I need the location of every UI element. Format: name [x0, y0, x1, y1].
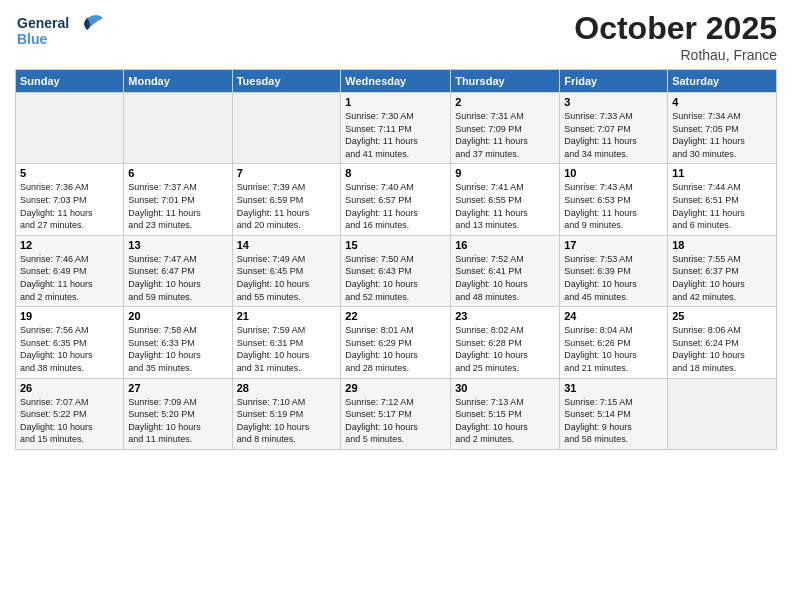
- calendar-cell: 20Sunrise: 7:58 AMSunset: 6:33 PMDayligh…: [124, 307, 232, 378]
- svg-text:General: General: [17, 15, 69, 31]
- day-info: Sunrise: 7:58 AMSunset: 6:33 PMDaylight:…: [128, 324, 227, 374]
- day-info: Sunrise: 7:30 AMSunset: 7:11 PMDaylight:…: [345, 110, 446, 160]
- day-info: Sunrise: 8:02 AMSunset: 6:28 PMDaylight:…: [455, 324, 555, 374]
- day-number: 23: [455, 310, 555, 322]
- calendar-cell: 19Sunrise: 7:56 AMSunset: 6:35 PMDayligh…: [16, 307, 124, 378]
- day-number: 6: [128, 167, 227, 179]
- day-info: Sunrise: 7:47 AMSunset: 6:47 PMDaylight:…: [128, 253, 227, 303]
- calendar-week-row: 19Sunrise: 7:56 AMSunset: 6:35 PMDayligh…: [16, 307, 777, 378]
- calendar-cell: 25Sunrise: 8:06 AMSunset: 6:24 PMDayligh…: [668, 307, 777, 378]
- calendar-cell: 21Sunrise: 7:59 AMSunset: 6:31 PMDayligh…: [232, 307, 341, 378]
- day-info: Sunrise: 7:39 AMSunset: 6:59 PMDaylight:…: [237, 181, 337, 231]
- day-number: 21: [237, 310, 337, 322]
- calendar-week-row: 1Sunrise: 7:30 AMSunset: 7:11 PMDaylight…: [16, 93, 777, 164]
- day-info: Sunrise: 7:59 AMSunset: 6:31 PMDaylight:…: [237, 324, 337, 374]
- day-info: Sunrise: 8:04 AMSunset: 6:26 PMDaylight:…: [564, 324, 663, 374]
- day-info: Sunrise: 7:15 AMSunset: 5:14 PMDaylight:…: [564, 396, 663, 446]
- day-number: 27: [128, 382, 227, 394]
- calendar-cell: 13Sunrise: 7:47 AMSunset: 6:47 PMDayligh…: [124, 235, 232, 306]
- calendar-cell: 9Sunrise: 7:41 AMSunset: 6:55 PMDaylight…: [451, 164, 560, 235]
- day-number: 31: [564, 382, 663, 394]
- calendar-week-row: 12Sunrise: 7:46 AMSunset: 6:49 PMDayligh…: [16, 235, 777, 306]
- calendar-cell: [124, 93, 232, 164]
- day-number: 2: [455, 96, 555, 108]
- day-info: Sunrise: 7:34 AMSunset: 7:05 PMDaylight:…: [672, 110, 772, 160]
- calendar-cell: 29Sunrise: 7:12 AMSunset: 5:17 PMDayligh…: [341, 378, 451, 449]
- calendar-cell: 31Sunrise: 7:15 AMSunset: 5:14 PMDayligh…: [560, 378, 668, 449]
- day-info: Sunrise: 7:40 AMSunset: 6:57 PMDaylight:…: [345, 181, 446, 231]
- day-number: 18: [672, 239, 772, 251]
- calendar-cell: 2Sunrise: 7:31 AMSunset: 7:09 PMDaylight…: [451, 93, 560, 164]
- calendar-cell: 1Sunrise: 7:30 AMSunset: 7:11 PMDaylight…: [341, 93, 451, 164]
- day-info: Sunrise: 7:36 AMSunset: 7:03 PMDaylight:…: [20, 181, 119, 231]
- day-info: Sunrise: 8:01 AMSunset: 6:29 PMDaylight:…: [345, 324, 446, 374]
- day-number: 20: [128, 310, 227, 322]
- calendar-table: SundayMondayTuesdayWednesdayThursdayFrid…: [15, 69, 777, 450]
- day-number: 25: [672, 310, 772, 322]
- day-info: Sunrise: 7:13 AMSunset: 5:15 PMDaylight:…: [455, 396, 555, 446]
- day-number: 11: [672, 167, 772, 179]
- location: Rothau, France: [574, 47, 777, 63]
- weekday-header-thursday: Thursday: [451, 70, 560, 93]
- day-number: 7: [237, 167, 337, 179]
- day-info: Sunrise: 8:06 AMSunset: 6:24 PMDaylight:…: [672, 324, 772, 374]
- day-number: 28: [237, 382, 337, 394]
- day-info: Sunrise: 7:43 AMSunset: 6:53 PMDaylight:…: [564, 181, 663, 231]
- calendar-cell: 11Sunrise: 7:44 AMSunset: 6:51 PMDayligh…: [668, 164, 777, 235]
- day-number: 3: [564, 96, 663, 108]
- day-number: 10: [564, 167, 663, 179]
- day-info: Sunrise: 7:09 AMSunset: 5:20 PMDaylight:…: [128, 396, 227, 446]
- day-number: 12: [20, 239, 119, 251]
- day-info: Sunrise: 7:46 AMSunset: 6:49 PMDaylight:…: [20, 253, 119, 303]
- day-info: Sunrise: 7:41 AMSunset: 6:55 PMDaylight:…: [455, 181, 555, 231]
- day-number: 4: [672, 96, 772, 108]
- calendar-cell: 18Sunrise: 7:55 AMSunset: 6:37 PMDayligh…: [668, 235, 777, 306]
- day-info: Sunrise: 7:33 AMSunset: 7:07 PMDaylight:…: [564, 110, 663, 160]
- day-info: Sunrise: 7:49 AMSunset: 6:45 PMDaylight:…: [237, 253, 337, 303]
- header: General Blue October 2025 Rothau, France: [15, 10, 777, 63]
- day-number: 30: [455, 382, 555, 394]
- day-number: 14: [237, 239, 337, 251]
- calendar-week-row: 5Sunrise: 7:36 AMSunset: 7:03 PMDaylight…: [16, 164, 777, 235]
- calendar-cell: 5Sunrise: 7:36 AMSunset: 7:03 PMDaylight…: [16, 164, 124, 235]
- calendar-cell: [232, 93, 341, 164]
- calendar-cell: [668, 378, 777, 449]
- weekday-header-row: SundayMondayTuesdayWednesdayThursdayFrid…: [16, 70, 777, 93]
- day-number: 5: [20, 167, 119, 179]
- calendar-cell: 27Sunrise: 7:09 AMSunset: 5:20 PMDayligh…: [124, 378, 232, 449]
- calendar-week-row: 26Sunrise: 7:07 AMSunset: 5:22 PMDayligh…: [16, 378, 777, 449]
- day-info: Sunrise: 7:12 AMSunset: 5:17 PMDaylight:…: [345, 396, 446, 446]
- calendar-cell: 15Sunrise: 7:50 AMSunset: 6:43 PMDayligh…: [341, 235, 451, 306]
- calendar-cell: 6Sunrise: 7:37 AMSunset: 7:01 PMDaylight…: [124, 164, 232, 235]
- calendar-cell: 22Sunrise: 8:01 AMSunset: 6:29 PMDayligh…: [341, 307, 451, 378]
- day-number: 22: [345, 310, 446, 322]
- calendar-cell: 4Sunrise: 7:34 AMSunset: 7:05 PMDaylight…: [668, 93, 777, 164]
- day-number: 26: [20, 382, 119, 394]
- svg-text:Blue: Blue: [17, 31, 48, 47]
- logo-icon: General Blue: [15, 10, 105, 52]
- calendar-cell: 14Sunrise: 7:49 AMSunset: 6:45 PMDayligh…: [232, 235, 341, 306]
- day-info: Sunrise: 7:56 AMSunset: 6:35 PMDaylight:…: [20, 324, 119, 374]
- calendar-cell: 7Sunrise: 7:39 AMSunset: 6:59 PMDaylight…: [232, 164, 341, 235]
- day-number: 19: [20, 310, 119, 322]
- calendar-cell: 12Sunrise: 7:46 AMSunset: 6:49 PMDayligh…: [16, 235, 124, 306]
- calendar-cell: 16Sunrise: 7:52 AMSunset: 6:41 PMDayligh…: [451, 235, 560, 306]
- day-number: 9: [455, 167, 555, 179]
- day-number: 8: [345, 167, 446, 179]
- day-info: Sunrise: 7:31 AMSunset: 7:09 PMDaylight:…: [455, 110, 555, 160]
- logo: General Blue: [15, 10, 105, 56]
- day-info: Sunrise: 7:55 AMSunset: 6:37 PMDaylight:…: [672, 253, 772, 303]
- calendar-cell: 10Sunrise: 7:43 AMSunset: 6:53 PMDayligh…: [560, 164, 668, 235]
- calendar-cell: 23Sunrise: 8:02 AMSunset: 6:28 PMDayligh…: [451, 307, 560, 378]
- calendar-cell: 3Sunrise: 7:33 AMSunset: 7:07 PMDaylight…: [560, 93, 668, 164]
- calendar-cell: 26Sunrise: 7:07 AMSunset: 5:22 PMDayligh…: [16, 378, 124, 449]
- day-number: 13: [128, 239, 227, 251]
- day-number: 17: [564, 239, 663, 251]
- day-info: Sunrise: 7:44 AMSunset: 6:51 PMDaylight:…: [672, 181, 772, 231]
- day-number: 24: [564, 310, 663, 322]
- weekday-header-friday: Friday: [560, 70, 668, 93]
- day-info: Sunrise: 7:10 AMSunset: 5:19 PMDaylight:…: [237, 396, 337, 446]
- calendar-cell: 30Sunrise: 7:13 AMSunset: 5:15 PMDayligh…: [451, 378, 560, 449]
- weekday-header-wednesday: Wednesday: [341, 70, 451, 93]
- day-number: 1: [345, 96, 446, 108]
